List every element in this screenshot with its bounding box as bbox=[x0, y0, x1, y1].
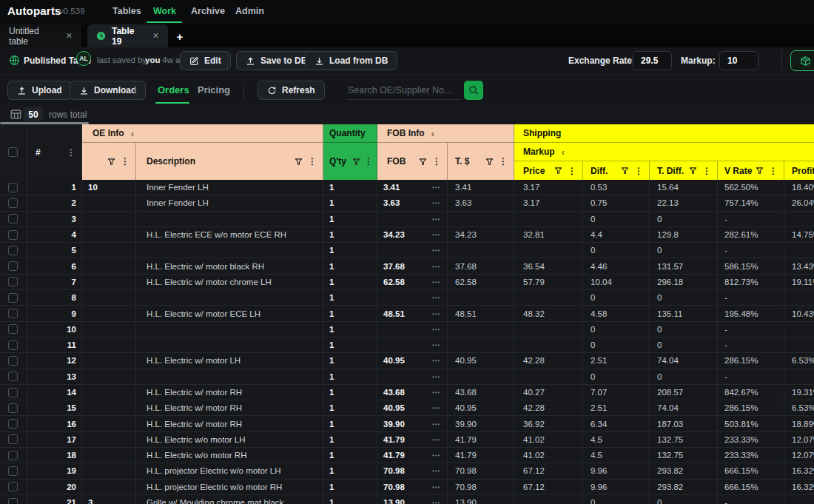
collapse-group-icon[interactable]: ‹ bbox=[431, 128, 434, 139]
cell-oe[interactable] bbox=[82, 258, 136, 273]
row-actions-ellipsis[interactable]: ⋯ bbox=[432, 419, 448, 429]
column-header-v-rate[interactable]: V Rate ⋮ bbox=[718, 161, 784, 180]
cell-ts[interactable]: 41.79 bbox=[448, 432, 514, 447]
markup-input[interactable] bbox=[719, 51, 758, 70]
cell-n[interactable]: 9 bbox=[27, 306, 82, 320]
row-checkbox[interactable] bbox=[8, 434, 18, 444]
cell-vrate[interactable]: 233.33% bbox=[718, 432, 784, 447]
cell-oe[interactable] bbox=[82, 290, 136, 305]
cell-vrate[interactable]: - bbox=[718, 290, 784, 305]
cell-fob[interactable]: ⋯ bbox=[377, 290, 448, 305]
row-actions-ellipsis[interactable]: ⋯ bbox=[432, 324, 448, 335]
cell-fob[interactable]: ⋯ bbox=[377, 212, 448, 226]
column-header-price[interactable]: Price ⋮ bbox=[514, 161, 583, 180]
column-menu-icon[interactable]: ⋮ bbox=[308, 156, 317, 167]
cell-vrate[interactable]: 282.61% bbox=[718, 227, 784, 242]
cell-qty[interactable]: 1 bbox=[323, 480, 377, 494]
cell-diff[interactable]: 4.5 bbox=[583, 432, 650, 447]
column-menu-icon[interactable]: ⋮ bbox=[121, 156, 130, 167]
row-actions-ellipsis[interactable]: ⋯ bbox=[432, 355, 448, 366]
cell-profit[interactable]: 26.04% bbox=[784, 195, 814, 210]
cell-tdiff[interactable]: 74.04 bbox=[650, 400, 718, 415]
cell-tdiff[interactable]: 293.82 bbox=[650, 480, 718, 494]
cell-tdiff[interactable]: 0 bbox=[650, 243, 718, 258]
cell-fob[interactable]: ⋯ bbox=[377, 369, 448, 384]
cell-desc[interactable] bbox=[136, 243, 323, 258]
cell-ts[interactable]: 48.51 bbox=[448, 306, 514, 320]
cell-profit[interactable]: 16.32% bbox=[784, 463, 814, 478]
cell-profit[interactable] bbox=[784, 322, 814, 337]
column-header-diff[interactable]: Diff. ⋮ bbox=[583, 161, 650, 180]
cell-ts[interactable]: 41.79 bbox=[448, 448, 514, 463]
cell-diff[interactable]: 2.51 bbox=[583, 400, 650, 415]
column-menu-icon[interactable]: ⋮ bbox=[364, 156, 373, 167]
cell-n[interactable]: 14 bbox=[27, 385, 82, 400]
cell-profit[interactable] bbox=[784, 337, 814, 352]
cell-desc[interactable] bbox=[136, 369, 323, 384]
nav-item-archive[interactable]: Archive bbox=[191, 6, 225, 16]
cell-profit[interactable]: 18.89% bbox=[784, 416, 814, 431]
collapse-group-icon[interactable]: ‹ bbox=[562, 147, 565, 158]
filter-icon[interactable] bbox=[295, 158, 303, 166]
cell-fob[interactable]: 41.79⋯ bbox=[377, 432, 448, 447]
column-header-description[interactable]: Description ⋮ bbox=[136, 143, 323, 180]
cell-oe[interactable] bbox=[82, 416, 136, 431]
cell-profit[interactable] bbox=[784, 290, 814, 305]
cell-tdiff[interactable]: 132.75 bbox=[650, 432, 718, 447]
cell-desc[interactable]: H.L. Electric w/ motor RH bbox=[136, 400, 323, 415]
cell-price[interactable] bbox=[514, 212, 583, 226]
cell-ts[interactable]: 40.95 bbox=[448, 400, 514, 415]
cell-tdiff[interactable]: 22.13 bbox=[650, 195, 718, 210]
cell-diff[interactable]: 4.5 bbox=[583, 448, 650, 463]
cell-diff[interactable]: 4.46 bbox=[583, 258, 650, 273]
cell-oe[interactable] bbox=[82, 369, 136, 384]
cell-tdiff[interactable]: 131.57 bbox=[650, 258, 718, 273]
cell-price[interactable]: 32.81 bbox=[514, 227, 583, 242]
cell-diff[interactable]: 2.51 bbox=[583, 353, 650, 368]
cell-n[interactable]: 19 bbox=[27, 463, 82, 478]
cell-tdiff[interactable]: 132.75 bbox=[650, 448, 718, 463]
cell-vrate[interactable]: 666.15% bbox=[718, 480, 784, 494]
collapse-group-icon[interactable]: ‹ bbox=[131, 128, 134, 139]
column-menu-icon[interactable]: ⋮ bbox=[432, 156, 441, 167]
cell-n[interactable]: 1 bbox=[27, 180, 82, 195]
cell-tdiff[interactable]: 0 bbox=[650, 212, 718, 226]
cell-desc[interactable]: H.L. Electric w/o motor LH bbox=[136, 432, 323, 447]
cell-n[interactable]: 8 bbox=[27, 290, 82, 305]
cell-desc[interactable] bbox=[136, 212, 323, 226]
cell-price[interactable] bbox=[514, 337, 583, 352]
cell-fob[interactable]: 37.68⋯ bbox=[377, 258, 448, 273]
row-checkbox[interactable] bbox=[8, 466, 18, 476]
row-actions-ellipsis[interactable]: ⋯ bbox=[432, 229, 448, 240]
row-actions-ellipsis[interactable]: ⋯ bbox=[432, 292, 448, 303]
cell-n[interactable]: 6 bbox=[27, 258, 82, 273]
cell-qty[interactable]: 1 bbox=[323, 463, 377, 478]
cell-price[interactable]: 67.12 bbox=[514, 480, 583, 494]
column-menu-icon[interactable]: ⋮ bbox=[499, 156, 508, 167]
cell-ts[interactable]: 34.23 bbox=[448, 227, 514, 242]
cell-vrate[interactable]: 233.33% bbox=[718, 448, 784, 463]
cell-price[interactable]: 57.79 bbox=[514, 275, 583, 289]
cell-price[interactable]: 42.28 bbox=[514, 353, 583, 368]
column-menu-icon[interactable]: ⋮ bbox=[568, 166, 576, 176]
cell-vrate[interactable]: 812.73% bbox=[718, 275, 784, 289]
row-actions-ellipsis[interactable]: ⋯ bbox=[432, 482, 448, 492]
group-header-oe-info[interactable]: OE Info ‹ bbox=[82, 124, 323, 143]
cell-price[interactable]: 41.02 bbox=[514, 448, 583, 463]
row-checkbox[interactable] bbox=[8, 403, 18, 413]
cell-diff[interactable]: 0 bbox=[583, 243, 650, 258]
cell-profit[interactable]: 6.53% bbox=[784, 353, 814, 368]
cell-vrate[interactable]: - bbox=[718, 495, 784, 504]
cell-qty[interactable]: 1 bbox=[323, 353, 377, 368]
cell-profit[interactable]: 16.32% bbox=[784, 480, 814, 494]
cell-price[interactable] bbox=[514, 322, 583, 337]
cell-ts[interactable]: 39.90 bbox=[448, 416, 514, 431]
row-checkbox[interactable] bbox=[8, 214, 18, 224]
cell-qty[interactable]: 1 bbox=[323, 432, 377, 447]
cell-qty[interactable]: 1 bbox=[323, 275, 377, 289]
row-checkbox[interactable] bbox=[8, 198, 18, 208]
cell-n[interactable]: 7 bbox=[27, 275, 82, 289]
cell-desc[interactable]: H.L. Electric ECE w/o motor ECE RH bbox=[136, 227, 323, 242]
cell-profit[interactable]: 12.07% bbox=[784, 432, 814, 447]
cell-profit[interactable] bbox=[784, 212, 814, 226]
